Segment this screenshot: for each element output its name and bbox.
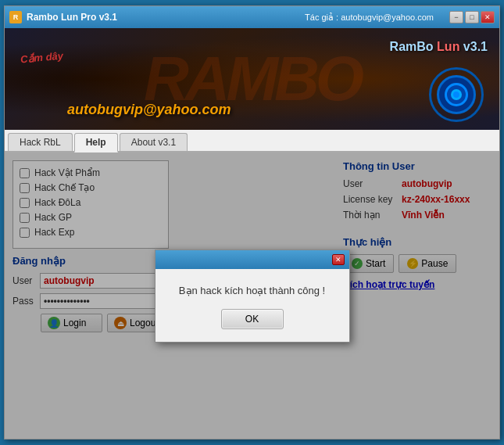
- minimize-button[interactable]: −: [449, 11, 463, 23]
- window-title: Rambo Lun Pro v3.1: [27, 12, 305, 23]
- dialog: ✕ Bạn hack kích hoạt thành công ! OK: [155, 249, 350, 343]
- banner-email: autobugvip@yahoo.com: [67, 102, 231, 118]
- dialog-close-button[interactable]: ✕: [332, 254, 345, 265]
- close-button[interactable]: ✕: [481, 11, 495, 23]
- window-subtitle: Tác giả : autobugvip@yahoo.com: [305, 13, 434, 23]
- titlebar: R Rambo Lun Pro v3.1 Tác giả : autobugvi…: [5, 6, 499, 28]
- dialog-ok-button[interactable]: OK: [221, 309, 284, 329]
- tab-bar: Hack RbL Help About v3.1: [5, 130, 499, 153]
- main-window: R Rambo Lun Pro v3.1 Tác giả : autobugvi…: [4, 5, 500, 440]
- banner-target: [429, 67, 484, 122]
- tab-help[interactable]: Help: [74, 133, 118, 153]
- tab-hack-rbl[interactable]: Hack RbL: [8, 133, 73, 151]
- main-content: Hack Vật Phẩm Hack Chế Tạo Hack ĐôLa Hac…: [5, 153, 499, 439]
- tab-about[interactable]: About v3.1: [120, 133, 188, 151]
- banner-version: RamBo Lun v3.1: [390, 40, 488, 54]
- maximize-button[interactable]: □: [465, 11, 479, 23]
- dialog-message: Bạn hack kích hoạt thành công !: [168, 285, 337, 296]
- banner: Cắm dây RAMBO autobugvip@yahoo.com RamBo…: [5, 28, 499, 130]
- window-controls: − □ ✕: [449, 11, 495, 23]
- modal-overlay: ✕ Bạn hack kích hoạt thành công ! OK: [5, 153, 499, 439]
- dialog-titlebar: ✕: [155, 250, 349, 269]
- app-icon: R: [9, 11, 22, 23]
- dialog-content: Bạn hack kích hoạt thành công ! OK: [155, 269, 349, 342]
